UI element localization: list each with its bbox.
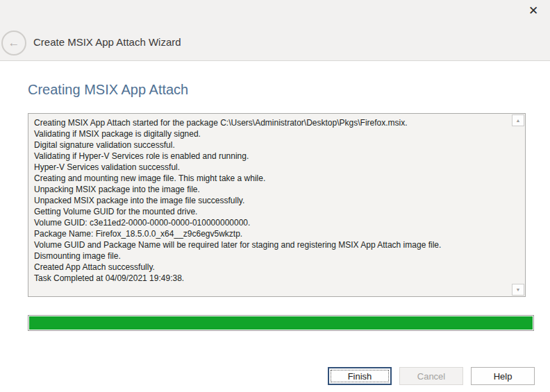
back-arrow-icon: ← [8, 36, 20, 49]
close-icon[interactable]: ✕ [526, 3, 541, 19]
log-line: Task Completed at 04/09/2021 19:49:38. [34, 273, 511, 284]
log-line: Validating if Hyper-V Services role is e… [34, 151, 511, 162]
cancel-button[interactable]: Cancel [399, 367, 463, 385]
wizard-window: ✕ ← Create MSIX App Attach Wizard Creati… [0, 0, 550, 392]
log-scrollbar[interactable]: ▲ ▼ [512, 114, 524, 296]
scroll-up-icon[interactable]: ▲ [512, 114, 524, 126]
finish-button[interactable]: Finish [328, 367, 392, 385]
log-line: Unpacking MSIX package into the image fi… [34, 184, 511, 195]
back-button[interactable]: ← [1, 31, 26, 56]
log-lines: Creating MSIX App Attach started for the… [28, 114, 511, 296]
log-line: Dismounting image file. [34, 250, 511, 262]
log-line: Digital signature validation successful. [34, 139, 511, 151]
log-line: Validating if MSIX package is digitally … [34, 128, 511, 139]
scroll-down-icon[interactable]: ▼ [512, 284, 524, 296]
log-line: Unpacked MSIX package into the image fil… [34, 195, 511, 206]
log-line: Creating and mounting new image file. Th… [34, 173, 511, 184]
log-line: Created App Attach successfully. [34, 262, 511, 273]
log-line: Package Name: Firefox_18.5.0.0_x64__z9c6… [34, 228, 511, 239]
page-title: Creating MSIX App Attach [28, 82, 188, 98]
log-line: Getting Volume GUID for the mounted driv… [34, 206, 511, 217]
log-line: Hyper-V Services validation successful. [34, 162, 511, 173]
log-line: Volume GUID: c3e11ed2-0000-0000-0000-010… [34, 217, 511, 228]
wizard-header: ✕ ← Create MSIX App Attach Wizard [0, 0, 550, 61]
log-output-box[interactable]: Creating MSIX App Attach started for the… [28, 113, 526, 297]
help-button[interactable]: Help [471, 367, 535, 385]
progress-fill [29, 316, 533, 330]
log-line: Creating MSIX App Attach started for the… [34, 117, 511, 128]
window-title: Create MSIX App Attach Wizard [33, 36, 181, 48]
log-line: Volume GUID and Package Name will be req… [34, 239, 511, 250]
progress-bar [28, 315, 534, 331]
